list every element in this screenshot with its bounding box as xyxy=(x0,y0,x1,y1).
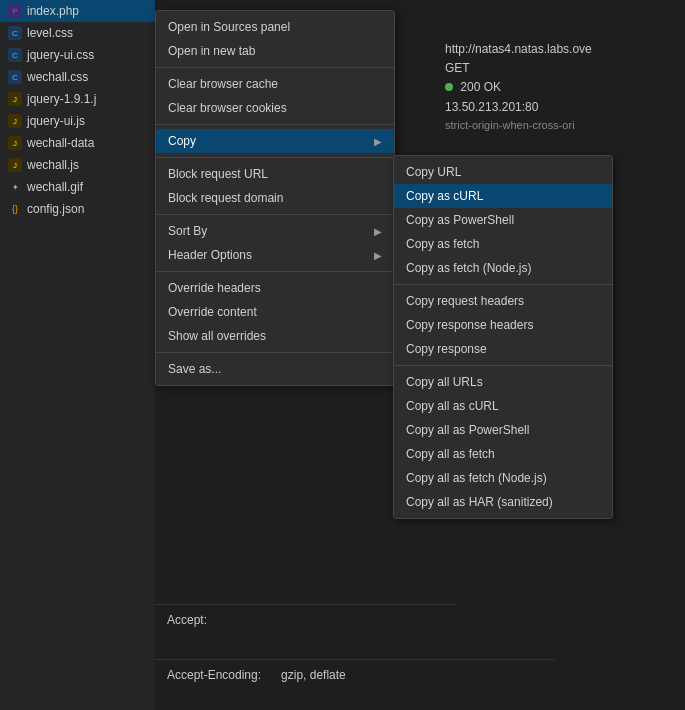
sidebar-item-jquery-ui-js[interactable]: J jquery-ui.js xyxy=(0,110,155,132)
sidebar: P index.php C level.css C jquery-ui.css … xyxy=(0,0,155,710)
accept-encoding-row: Accept-Encoding: gzip, deflate xyxy=(155,659,555,690)
menu-item-sort-by[interactable]: Sort By ▶ xyxy=(156,219,394,243)
sidebar-item-label: jquery-1.9.1.j xyxy=(27,92,96,106)
sidebar-item-wechall-gif[interactable]: ✦ wechall.gif xyxy=(0,176,155,198)
menu-item-override-headers[interactable]: Override headers xyxy=(156,276,394,300)
copy-menu-item-url[interactable]: Copy URL xyxy=(394,160,612,184)
sidebar-item-label: config.json xyxy=(27,202,84,216)
copy-menu-item-powershell[interactable]: Copy as PowerShell xyxy=(394,208,612,232)
sidebar-item-label: jquery-ui.css xyxy=(27,48,94,62)
css-icon: C xyxy=(8,26,22,40)
menu-item-open-new-tab[interactable]: Open in new tab xyxy=(156,39,394,63)
separator-1 xyxy=(156,67,394,68)
context-menu-main: Open in Sources panel Open in new tab Cl… xyxy=(155,10,395,386)
copy-menu-item-all-curl[interactable]: Copy all as cURL xyxy=(394,394,612,418)
copy-menu-item-curl[interactable]: Copy as cURL xyxy=(394,184,612,208)
separator-6 xyxy=(156,352,394,353)
sidebar-item-label: wechall.js xyxy=(27,158,79,172)
sidebar-item-config-json[interactable]: {} config.json xyxy=(0,198,155,220)
copy-menu-item-all-urls[interactable]: Copy all URLs xyxy=(394,370,612,394)
accept-encoding-label: Accept-Encoding: xyxy=(167,668,261,682)
copy-menu-item-all-fetch-nodejs[interactable]: Copy all as fetch (Node.js) xyxy=(394,466,612,490)
gif-icon: ✦ xyxy=(8,180,22,194)
sidebar-item-jquery-js[interactable]: J jquery-1.9.1.j xyxy=(0,88,155,110)
js-icon: J xyxy=(8,92,22,106)
sidebar-item-wechall-data[interactable]: J wechall-data xyxy=(0,132,155,154)
menu-item-clear-cookies[interactable]: Clear browser cookies xyxy=(156,96,394,120)
arrow-icon: ▶ xyxy=(374,136,382,147)
arrow-icon: ▶ xyxy=(374,226,382,237)
copy-menu-item-fetch-nodejs[interactable]: Copy as fetch (Node.js) xyxy=(394,256,612,280)
menu-item-open-sources[interactable]: Open in Sources panel xyxy=(156,15,394,39)
separator-2 xyxy=(156,124,394,125)
separator-5 xyxy=(156,271,394,272)
sidebar-item-jquery-ui-css[interactable]: C jquery-ui.css xyxy=(0,44,155,66)
sidebar-item-label: wechall.css xyxy=(27,70,88,84)
accept-encoding-value: gzip, deflate xyxy=(281,668,346,682)
sidebar-item-index-php[interactable]: P index.php xyxy=(0,0,155,22)
copy-separator-1 xyxy=(394,284,612,285)
network-info: http://natas4.natas.labs.ove GET 200 OK … xyxy=(435,35,685,139)
sidebar-item-level-css[interactable]: C level.css xyxy=(0,22,155,44)
copy-menu-item-all-powershell[interactable]: Copy all as PowerShell xyxy=(394,418,612,442)
arrow-icon: ▶ xyxy=(374,250,382,261)
copy-menu-item-all-har[interactable]: Copy all as HAR (sanitized) xyxy=(394,490,612,514)
copy-submenu: Copy URL Copy as cURL Copy as PowerShell… xyxy=(393,155,613,519)
status-dot xyxy=(445,83,453,91)
accept-row: Accept: xyxy=(155,604,455,635)
menu-item-override-content[interactable]: Override content xyxy=(156,300,394,324)
js-icon: J xyxy=(8,136,22,150)
network-status: 200 OK xyxy=(445,78,675,97)
css-icon: C xyxy=(8,70,22,84)
sidebar-item-label: jquery-ui.js xyxy=(27,114,85,128)
json-icon: {} xyxy=(8,202,22,216)
menu-item-save-as[interactable]: Save as... xyxy=(156,357,394,381)
accept-label: Accept: xyxy=(167,613,207,627)
network-policy: strict-origin-when-cross-ori xyxy=(445,117,675,135)
copy-menu-item-response-headers[interactable]: Copy response headers xyxy=(394,313,612,337)
sidebar-item-label: wechall-data xyxy=(27,136,94,150)
sidebar-item-label: wechall.gif xyxy=(27,180,83,194)
sidebar-item-label: index.php xyxy=(27,4,79,18)
menu-item-block-domain[interactable]: Block request domain xyxy=(156,186,394,210)
menu-item-show-overrides[interactable]: Show all overrides xyxy=(156,324,394,348)
copy-menu-item-all-fetch[interactable]: Copy all as fetch xyxy=(394,442,612,466)
copy-separator-2 xyxy=(394,365,612,366)
network-url: http://natas4.natas.labs.ove xyxy=(445,40,675,59)
separator-4 xyxy=(156,214,394,215)
separator-3 xyxy=(156,157,394,158)
copy-menu-item-fetch[interactable]: Copy as fetch xyxy=(394,232,612,256)
menu-item-header-options[interactable]: Header Options ▶ xyxy=(156,243,394,267)
js-icon: J xyxy=(8,158,22,172)
menu-item-copy[interactable]: Copy ▶ xyxy=(156,129,394,153)
sidebar-item-wechall-js[interactable]: J wechall.js xyxy=(0,154,155,176)
copy-menu-item-response[interactable]: Copy response xyxy=(394,337,612,361)
css-icon: C xyxy=(8,48,22,62)
network-ip: 13.50.213.201:80 xyxy=(445,98,675,117)
php-icon: P xyxy=(8,4,22,18)
menu-item-clear-cache[interactable]: Clear browser cache xyxy=(156,72,394,96)
copy-menu-item-request-headers[interactable]: Copy request headers xyxy=(394,289,612,313)
sidebar-item-label: level.css xyxy=(27,26,73,40)
network-method: GET xyxy=(445,59,675,78)
sidebar-item-wechall-css[interactable]: C wechall.css xyxy=(0,66,155,88)
menu-item-block-url[interactable]: Block request URL xyxy=(156,162,394,186)
js-icon: J xyxy=(8,114,22,128)
